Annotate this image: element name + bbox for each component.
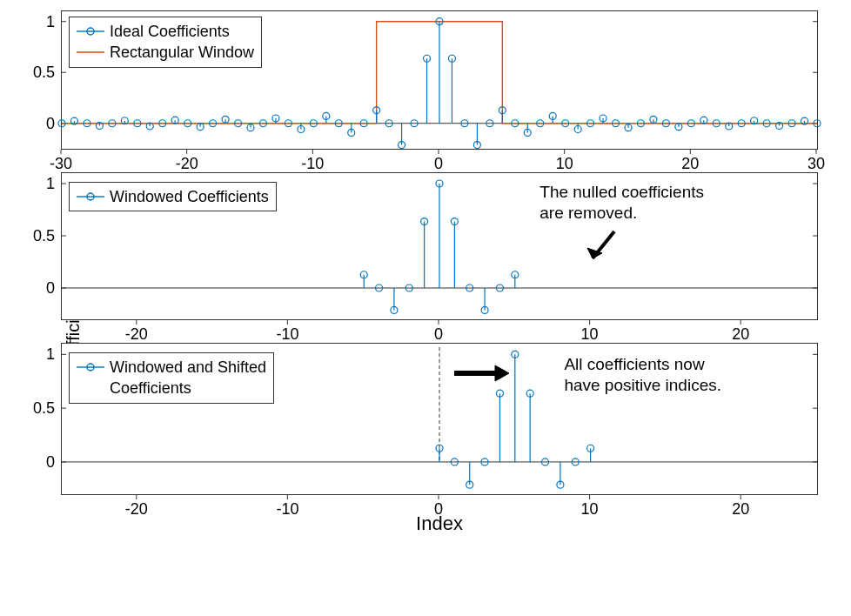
svg-text:20: 20 xyxy=(732,500,749,518)
plot-3-shifted: 00.51 Windowed and Shifted Coefficients … xyxy=(61,343,818,495)
svg-text:0.5: 0.5 xyxy=(33,64,55,81)
plot-2-windowed: 00.51 Windowed Coefficients The nulled c… xyxy=(61,172,818,320)
svg-text:-10: -10 xyxy=(301,155,324,172)
svg-text:0: 0 xyxy=(46,115,55,132)
annotation-positive: All coefficients now have positive indic… xyxy=(564,354,721,396)
svg-text:-20: -20 xyxy=(176,155,198,172)
svg-text:20: 20 xyxy=(681,155,699,172)
svg-text:0: 0 xyxy=(46,279,55,297)
legend-windowed: Windowed Coefficients xyxy=(110,186,269,207)
svg-text:-30: -30 xyxy=(50,155,72,172)
legend-p3: Windowed and Shifted Coefficients xyxy=(69,352,274,404)
svg-text:10: 10 xyxy=(581,500,599,518)
svg-text:1: 1 xyxy=(46,13,55,30)
legend-shifted-1: Windowed and Shifted xyxy=(110,357,266,378)
svg-text:0: 0 xyxy=(434,325,443,343)
legend-p2: Windowed Coefficients xyxy=(69,182,277,211)
annotation-nulled: The nulled coefficients are removed. xyxy=(539,182,704,224)
svg-text:-20: -20 xyxy=(125,500,148,518)
plot-1-ideal: 00.51 Ideal Coefficients Rectangular Win… xyxy=(61,10,818,150)
svg-marker-231 xyxy=(495,365,509,381)
svg-text:0.5: 0.5 xyxy=(33,227,55,244)
svg-text:0.5: 0.5 xyxy=(33,399,55,417)
svg-text:1: 1 xyxy=(46,175,55,192)
x-axis-label: Index xyxy=(61,512,818,535)
svg-text:0: 0 xyxy=(434,155,443,172)
svg-text:0: 0 xyxy=(46,453,55,471)
svg-text:10: 10 xyxy=(581,325,599,343)
legend-p1: Ideal Coefficients Rectangular Window xyxy=(69,17,262,68)
svg-text:-20: -20 xyxy=(125,325,148,343)
arrow-down-icon xyxy=(580,227,623,271)
legend-shifted-2: Coefficients xyxy=(110,378,191,398)
svg-text:-10: -10 xyxy=(276,500,298,518)
svg-text:1: 1 xyxy=(46,345,55,363)
svg-text:10: 10 xyxy=(556,155,573,172)
arrow-right-icon xyxy=(452,363,513,384)
svg-text:30: 30 xyxy=(807,155,825,172)
svg-text:-10: -10 xyxy=(276,325,298,343)
legend-ideal: Ideal Coefficients xyxy=(110,21,230,42)
legend-window: Rectangular Window xyxy=(110,42,254,63)
svg-text:20: 20 xyxy=(732,325,749,343)
